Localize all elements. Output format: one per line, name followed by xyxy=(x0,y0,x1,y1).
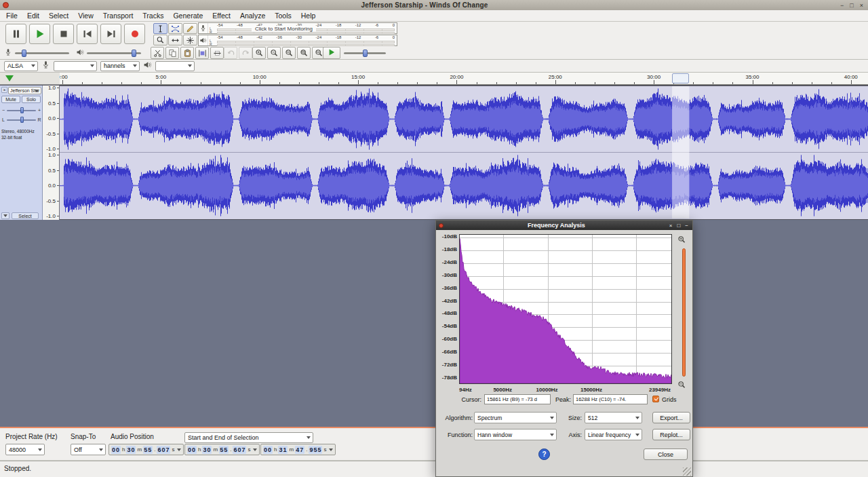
selection-mode-dropdown[interactable]: Start and End of Selection xyxy=(184,432,313,443)
draw-tool-button[interactable] xyxy=(183,23,197,34)
time-digit[interactable]: 607 xyxy=(233,446,246,454)
function-dropdown[interactable]: Hann window xyxy=(474,429,557,440)
time-digit[interactable]: 607 xyxy=(157,446,170,454)
time-digit[interactable]: 30 xyxy=(202,446,212,454)
grids-checkbox[interactable] xyxy=(652,396,659,402)
dialog-titlebar[interactable]: Frequency Analysis × □ − xyxy=(436,221,692,230)
playback-device-dropdown[interactable] xyxy=(155,61,195,71)
selection-start-field[interactable]: 00h30m55.607s xyxy=(184,444,260,455)
timeline-options[interactable] xyxy=(0,73,60,85)
spectrum-plot[interactable] xyxy=(459,234,672,384)
time-unit[interactable]: s xyxy=(171,446,175,453)
pan-slider[interactable] xyxy=(7,119,36,121)
record-button[interactable] xyxy=(124,24,145,44)
time-unit[interactable]: . xyxy=(229,446,232,453)
time-digit[interactable]: 55 xyxy=(219,446,229,454)
menu-item-file[interactable]: File xyxy=(1,11,22,20)
time-unit[interactable]: m xyxy=(136,446,142,453)
playback-volume-thumb[interactable] xyxy=(132,50,136,57)
gain-slider[interactable] xyxy=(7,110,36,111)
time-digit[interactable]: 00 xyxy=(187,446,197,454)
menu-item-help[interactable]: Help xyxy=(296,11,321,20)
timeline[interactable]: 0:005:0010:0015:0020:0025:0030:0035:0040… xyxy=(0,73,868,85)
recording-channels-dropdown[interactable]: hannels xyxy=(100,61,140,71)
play-button[interactable] xyxy=(29,24,50,44)
project-rate-dropdown[interactable]: 48000 xyxy=(5,444,45,455)
pause-button[interactable] xyxy=(5,24,26,44)
time-unit[interactable]: . xyxy=(305,446,308,453)
timeline-pin-icon[interactable] xyxy=(5,75,14,81)
help-button[interactable]: ? xyxy=(538,449,550,460)
export-button[interactable]: Export... xyxy=(652,412,690,423)
zoom-in-button[interactable] xyxy=(252,47,266,59)
timeline-ruler[interactable]: 0:005:0010:0015:0020:0025:0030:0035:0040… xyxy=(60,73,868,85)
play-at-speed-button[interactable] xyxy=(323,47,340,59)
dialog-minimize-button[interactable]: − xyxy=(685,223,688,229)
monitoring-hint[interactable]: Click to Start Monitoring xyxy=(252,26,316,32)
time-unit[interactable]: m xyxy=(288,446,294,453)
silence-button[interactable] xyxy=(210,47,224,59)
dialog-maximize-button[interactable]: □ xyxy=(677,223,680,229)
time-unit[interactable]: h xyxy=(273,446,277,453)
menu-item-generate[interactable]: Generate xyxy=(168,11,208,20)
redo-button[interactable] xyxy=(239,47,252,59)
envelope-tool-button[interactable] xyxy=(168,23,182,34)
time-digit[interactable]: 47 xyxy=(295,446,304,454)
time-unit[interactable]: s xyxy=(247,446,251,453)
gain-slider-thumb[interactable] xyxy=(20,107,24,113)
chevron-down-icon[interactable] xyxy=(329,449,333,451)
chevron-down-icon[interactable] xyxy=(177,449,181,451)
copy-button[interactable] xyxy=(165,47,179,59)
menu-item-tools[interactable]: Tools xyxy=(270,11,296,20)
zoom-selection-button[interactable] xyxy=(282,47,296,59)
track-control-panel[interactable]: × Jefferson Star Mute Solo − + L R Stere… xyxy=(0,85,43,221)
resize-grip[interactable] xyxy=(683,468,691,476)
time-digit[interactable]: 00 xyxy=(111,446,121,454)
time-digit[interactable]: 955 xyxy=(309,446,322,454)
play-speed-track[interactable] xyxy=(344,52,386,54)
skip-start-button[interactable] xyxy=(77,24,98,44)
selection-tool-button[interactable] xyxy=(153,23,167,34)
selection-end-field[interactable]: 00h31m47.955s xyxy=(260,444,336,455)
play-speed-thumb[interactable] xyxy=(363,50,368,57)
time-unit[interactable]: h xyxy=(197,446,201,453)
vertical-scale-ruler[interactable]: 1.00.50.0-0.5-1.01.00.50.0-0.5-1.0 xyxy=(43,85,60,221)
play-at-speed-toolbar[interactable] xyxy=(323,47,386,59)
menu-item-tracks[interactable]: Tracks xyxy=(138,11,168,20)
menu-item-transport[interactable]: Transport xyxy=(98,11,138,20)
time-digit[interactable]: 00 xyxy=(263,446,273,454)
time-digit[interactable]: 31 xyxy=(278,446,288,454)
menu-item-analyze[interactable]: Analyze xyxy=(235,11,270,20)
snap-to-dropdown[interactable]: Off xyxy=(71,444,106,455)
timeline-selection[interactable] xyxy=(672,73,689,83)
playback-meter[interactable]: -54-48-42-36-30-24-18-12-60 LR xyxy=(198,35,397,46)
track-select-button[interactable]: Select xyxy=(12,212,39,219)
cut-button[interactable] xyxy=(151,47,164,59)
waveform-display[interactable] xyxy=(60,85,868,221)
dialog-close-button[interactable]: × xyxy=(669,223,673,229)
spectrum-zoom-slider[interactable] xyxy=(682,248,686,377)
recording-volume-slider[interactable] xyxy=(4,47,69,59)
timeshift-tool-button[interactable] xyxy=(168,35,182,45)
mute-button[interactable]: Mute xyxy=(1,96,20,103)
size-dropdown[interactable]: 512 xyxy=(585,412,642,423)
menu-item-select[interactable]: Select xyxy=(44,11,73,20)
recording-volume-track[interactable] xyxy=(15,52,69,54)
audio-host-dropdown[interactable]: ALSA xyxy=(4,61,38,71)
window-maximize-button[interactable]: □ xyxy=(850,2,853,9)
undo-button[interactable] xyxy=(224,47,237,59)
axis-dropdown[interactable]: Linear frequency xyxy=(585,429,642,440)
replot-button[interactable]: Replot... xyxy=(652,429,690,440)
algorithm-dropdown[interactable]: Spectrum xyxy=(474,412,557,423)
audio-position-field[interactable]: 00h30m55.607s xyxy=(108,444,184,455)
window-close-button[interactable]: × xyxy=(860,2,863,9)
paste-button[interactable] xyxy=(180,47,194,59)
track-name-dropdown[interactable]: Jefferson Star xyxy=(8,87,41,94)
recording-meter-display[interactable]: -54-48-42-36-30-24-18-12-60 LR Click to … xyxy=(208,23,397,33)
window-titlebar[interactable]: Jefferson Starship - Winds Of Change − □… xyxy=(0,0,868,10)
menu-item-effect[interactable]: Effect xyxy=(208,11,235,20)
close-button[interactable]: Close xyxy=(644,449,688,460)
zoom-tool-button[interactable] xyxy=(153,35,167,45)
frequency-analysis-dialog[interactable]: Frequency Analysis × □ − -10dB-18dB-24dB… xyxy=(435,220,693,477)
playback-volume-slider[interactable] xyxy=(76,47,141,59)
